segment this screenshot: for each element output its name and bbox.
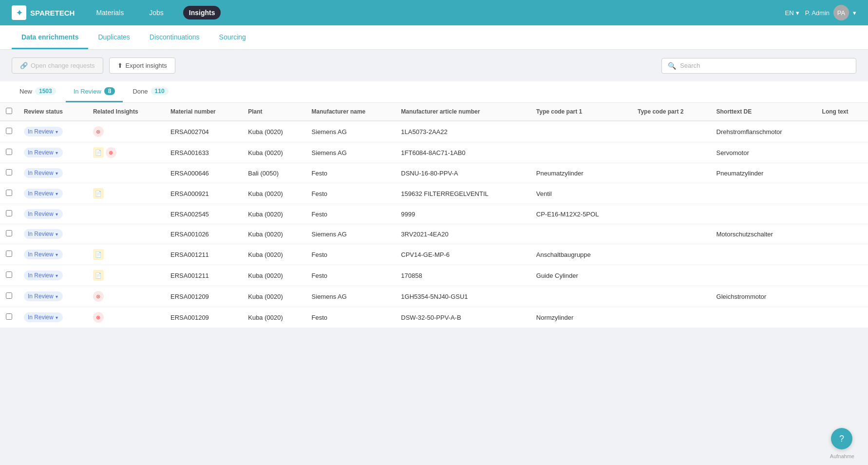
logo-icon: ✦: [12, 5, 26, 20]
avatar: PA: [833, 5, 849, 20]
row-checkbox-9[interactable]: [6, 313, 12, 320]
review-status-badge[interactable]: In Review ▾: [24, 291, 63, 301]
status-tab-done[interactable]: Done 110: [125, 81, 176, 102]
table-row: In Review ▾📄ERSA001211Kuba (0020)Festo17…: [0, 265, 868, 286]
manufacturer-article-number: CPV14-GE-MP-6: [395, 244, 530, 265]
tab-duplicates[interactable]: Duplicates: [88, 25, 139, 49]
type-code-part1: [530, 142, 632, 163]
row-checkbox-5[interactable]: [6, 230, 12, 236]
status-chevron-icon: ▾: [56, 150, 58, 155]
tab-sourcing[interactable]: Sourcing: [209, 25, 256, 49]
table-header-row: Review status Related Insights Material …: [0, 103, 868, 121]
status-tab-new[interactable]: New 1503: [12, 81, 64, 102]
shorttext-de: [711, 183, 816, 204]
col-review-status: Review status: [18, 103, 87, 121]
related-insights-icons: 📄: [93, 249, 159, 260]
review-status-badge[interactable]: In Review ▾: [24, 127, 63, 136]
row-checkbox-2[interactable]: [6, 169, 12, 175]
type-code-part2: [632, 307, 711, 328]
language-selector[interactable]: EN ▾: [785, 9, 799, 17]
yellow-box-icon: 📄: [93, 270, 104, 281]
type-code-part1: Anschaltbaugruppe: [530, 244, 632, 265]
search-icon: 🔍: [668, 62, 676, 70]
shorttext-de: Servomotor: [711, 142, 816, 163]
material-number: ERSA000921: [165, 183, 242, 204]
status-new-badge: 1503: [35, 87, 56, 95]
col-material-number: Material number: [165, 103, 242, 121]
type-code-part2: [632, 183, 711, 204]
nav-insights[interactable]: Insights: [183, 6, 221, 19]
manufacturer-name: Siemens AG: [306, 142, 396, 163]
table-row: In Review ▾📄ERSA001211Kuba (0020)FestoCP…: [0, 244, 868, 265]
plant: Kuba (0020): [242, 286, 305, 307]
table-row: In Review ▾ERSA002545Kuba (0020)Festo999…: [0, 204, 868, 224]
review-status-badge[interactable]: In Review ▾: [24, 229, 63, 239]
nav-jobs[interactable]: Jobs: [143, 6, 170, 19]
manufacturer-article-number: 1GH5354-5NJ40-GSU1: [395, 286, 530, 307]
material-number: ERSA002704: [165, 121, 242, 142]
plant: Kuba (0020): [242, 244, 305, 265]
row-checkbox-1[interactable]: [6, 149, 12, 155]
red-circle-icon: ⊗: [93, 312, 104, 323]
plant: Kuba (0020): [242, 265, 305, 286]
search-input[interactable]: [680, 62, 850, 69]
user-menu[interactable]: P. Admin PA ▾: [805, 5, 856, 20]
table-body: In Review ▾⊗ERSA002704Kuba (0020)Siemens…: [0, 121, 868, 328]
review-status-badge[interactable]: In Review ▾: [24, 250, 63, 259]
status-in-review-badge: 8: [104, 87, 115, 95]
col-long-text: Long text: [816, 103, 868, 121]
type-code-part2: [632, 204, 711, 224]
shorttext-de: Motorschutzschalter: [711, 224, 816, 244]
review-status-badge[interactable]: In Review ▾: [24, 189, 63, 198]
long-text: [816, 142, 868, 163]
col-plant: Plant: [242, 103, 305, 121]
manufacturer-article-number: 159632 FILTERREGELVENTIL: [395, 183, 530, 204]
tab-data-enrichments[interactable]: Data enrichments: [12, 25, 88, 49]
type-code-part1: [530, 121, 632, 142]
type-code-part1: [530, 224, 632, 244]
manufacturer-article-number: 170858: [395, 265, 530, 286]
material-number: ERSA002545: [165, 204, 242, 224]
row-checkbox-4[interactable]: [6, 210, 12, 216]
review-status-badge[interactable]: In Review ▾: [24, 312, 63, 322]
row-checkbox-8[interactable]: [6, 292, 12, 299]
status-done-badge: 110: [151, 87, 169, 95]
col-shorttext-de: Shorttext DE: [711, 103, 816, 121]
manufacturer-name: Festo: [306, 204, 396, 224]
row-checkbox-7[interactable]: [6, 271, 12, 278]
col-manufacturer-name: Manufacturer name: [306, 103, 396, 121]
review-status-badge[interactable]: In Review ▾: [24, 209, 63, 219]
status-in-review-label: In Review: [74, 88, 101, 95]
select-all-checkbox[interactable]: [6, 108, 12, 114]
row-checkbox-3[interactable]: [6, 190, 12, 196]
status-tab-in-review[interactable]: In Review 8: [66, 81, 123, 102]
row-checkbox-0[interactable]: [6, 128, 12, 134]
table-row: In Review ▾📄ERSA000921Kuba (0020)Festo15…: [0, 183, 868, 204]
app-logo[interactable]: ✦ SPARETECH: [12, 5, 75, 20]
yellow-box-icon: 📄: [93, 249, 104, 260]
table-row: In Review ▾⊗ERSA001209Kuba (0020)FestoDS…: [0, 307, 868, 328]
material-number: ERSA001211: [165, 265, 242, 286]
manufacturer-article-number: 1LA5073-2AA22: [395, 121, 530, 142]
review-status-badge[interactable]: In Review ▾: [24, 271, 63, 280]
review-status-badge[interactable]: In Review ▾: [24, 148, 63, 157]
search-container: 🔍: [661, 58, 856, 74]
row-checkbox-6[interactable]: [6, 251, 12, 257]
manufacturer-article-number: 3RV2021-4EA20: [395, 224, 530, 244]
plant: Kuba (0020): [242, 121, 305, 142]
review-status-badge[interactable]: In Review ▾: [24, 168, 63, 178]
tab-discontinuations[interactable]: Discontinuations: [140, 25, 209, 49]
long-text: [816, 265, 868, 286]
toolbar: 🔗 Open change requests ⬆ Export insights…: [0, 50, 868, 81]
related-insights-icons: ⊗: [93, 291, 159, 302]
material-number: ERSA000646: [165, 163, 242, 183]
long-text: [816, 224, 868, 244]
manufacturer-article-number: 1FT6084-8AC71-1AB0: [395, 142, 530, 163]
link-icon: 🔗: [20, 62, 28, 69]
nav-materials[interactable]: Materials: [90, 6, 130, 19]
yellow-box-icon: 📄: [93, 147, 104, 158]
open-change-requests-button[interactable]: 🔗 Open change requests: [12, 58, 103, 74]
related-insights-icons: 📄: [93, 188, 159, 199]
export-insights-button[interactable]: ⬆ Export insights: [109, 58, 175, 74]
type-code-part1: Ventil: [530, 183, 632, 204]
